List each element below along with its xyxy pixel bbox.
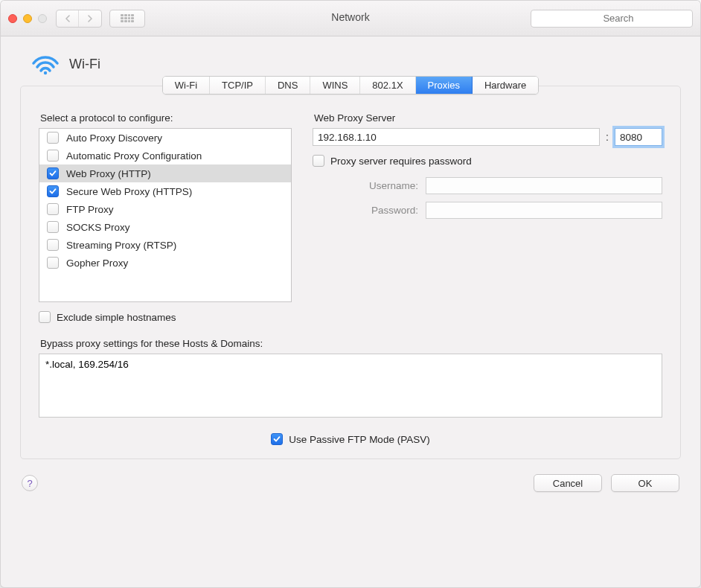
protocol-checkbox[interactable] bbox=[47, 203, 59, 215]
username-label: Username: bbox=[330, 180, 418, 191]
protocol-label: SOCKS Proxy bbox=[66, 222, 130, 233]
bypass-label: Bypass proxy settings for these Hosts & … bbox=[40, 338, 662, 349]
protocol-label: FTP Proxy bbox=[66, 204, 114, 215]
tab-802-1x[interactable]: 802.1X bbox=[360, 77, 415, 94]
server-section-label: Web Proxy Server bbox=[314, 112, 662, 124]
proxy-host-input[interactable] bbox=[313, 128, 600, 146]
protocol-checkbox[interactable] bbox=[47, 185, 59, 197]
protocol-label: Streaming Proxy (RTSP) bbox=[66, 240, 176, 251]
footer: ? Cancel OK bbox=[1, 471, 700, 504]
traffic-lights bbox=[8, 14, 47, 23]
network-preferences-window: Network Wi-Fi Wi-FiTCP/IPDNSWINS802.1XPr… bbox=[0, 0, 701, 588]
back-button[interactable] bbox=[57, 10, 79, 27]
pane-title: Wi-Fi bbox=[69, 57, 100, 72]
grid-icon bbox=[121, 14, 134, 23]
minimize-button[interactable] bbox=[23, 14, 32, 23]
protocol-label: Auto Proxy Discovery bbox=[66, 132, 162, 144]
search-input[interactable] bbox=[531, 10, 693, 28]
pasv-checkbox[interactable] bbox=[271, 433, 283, 445]
protocol-row[interactable]: Automatic Proxy Configuration bbox=[39, 147, 291, 164]
host-port-separator: : bbox=[606, 131, 609, 143]
titlebar: Network bbox=[1, 1, 700, 36]
protocol-row[interactable]: Streaming Proxy (RTSP) bbox=[39, 236, 291, 254]
protocol-checkbox[interactable] bbox=[47, 257, 59, 269]
protocol-checkbox[interactable] bbox=[47, 221, 59, 233]
svg-point-2 bbox=[44, 71, 47, 74]
tab-wi-fi[interactable]: Wi-Fi bbox=[163, 77, 210, 94]
protocol-row[interactable]: Web Proxy (HTTP) bbox=[39, 164, 291, 182]
tab-dns[interactable]: DNS bbox=[266, 77, 310, 94]
protocol-row[interactable]: Gopher Proxy bbox=[39, 254, 291, 272]
close-button[interactable] bbox=[8, 14, 17, 23]
requires-password-checkbox[interactable] bbox=[313, 155, 324, 167]
proxy-port-input[interactable] bbox=[615, 128, 662, 146]
tab-tcp-ip[interactable]: TCP/IP bbox=[210, 77, 266, 94]
question-icon: ? bbox=[27, 478, 32, 489]
protocol-checkbox[interactable] bbox=[47, 167, 59, 179]
protocol-checkbox[interactable] bbox=[47, 132, 59, 144]
protocol-row[interactable]: SOCKS Proxy bbox=[39, 218, 291, 236]
tab-proxies[interactable]: Proxies bbox=[416, 77, 473, 94]
protocol-label: Web Proxy (HTTP) bbox=[66, 168, 151, 179]
protocol-label: Automatic Proxy Configuration bbox=[66, 150, 202, 162]
protocol-label: Gopher Proxy bbox=[66, 258, 128, 269]
tab-wins[interactable]: WINS bbox=[310, 77, 360, 94]
show-all-button[interactable] bbox=[109, 10, 145, 28]
protocol-row[interactable]: Secure Web Proxy (HTTPS) bbox=[39, 182, 291, 200]
nav-back-forward bbox=[56, 10, 102, 28]
protocol-section-label: Select a protocol to configure: bbox=[40, 112, 292, 124]
protocol-checkbox[interactable] bbox=[47, 150, 59, 162]
pasv-label: Use Passive FTP Mode (PASV) bbox=[289, 434, 429, 445]
username-input[interactable] bbox=[426, 177, 662, 194]
requires-password-label: Proxy server requires password bbox=[330, 156, 472, 167]
cancel-button[interactable]: Cancel bbox=[534, 474, 602, 492]
password-input[interactable] bbox=[426, 202, 662, 219]
ok-button[interactable]: OK bbox=[611, 474, 679, 492]
protocol-row[interactable]: FTP Proxy bbox=[39, 200, 291, 218]
protocol-label: Secure Web Proxy (HTTPS) bbox=[66, 186, 192, 197]
exclude-simple-label: Exclude simple hostnames bbox=[57, 312, 176, 323]
tab-hardware[interactable]: Hardware bbox=[473, 77, 538, 94]
wifi-icon bbox=[31, 53, 60, 75]
exclude-simple-checkbox[interactable] bbox=[39, 311, 51, 323]
password-label: Password: bbox=[330, 205, 418, 216]
zoom-button[interactable] bbox=[38, 14, 47, 23]
help-button[interactable]: ? bbox=[22, 475, 38, 491]
pane-header: Wi-Fi bbox=[1, 36, 700, 81]
protocol-list[interactable]: Auto Proxy DiscoveryAutomatic Proxy Conf… bbox=[39, 128, 292, 302]
content-card: Wi-FiTCP/IPDNSWINS802.1XProxiesHardware … bbox=[20, 86, 681, 459]
forward-button[interactable] bbox=[79, 10, 101, 27]
protocol-checkbox[interactable] bbox=[47, 239, 59, 251]
bypass-textarea[interactable] bbox=[39, 354, 662, 418]
protocol-row[interactable]: Auto Proxy Discovery bbox=[39, 129, 291, 147]
tabs: Wi-FiTCP/IPDNSWINS802.1XProxiesHardware bbox=[162, 76, 540, 95]
